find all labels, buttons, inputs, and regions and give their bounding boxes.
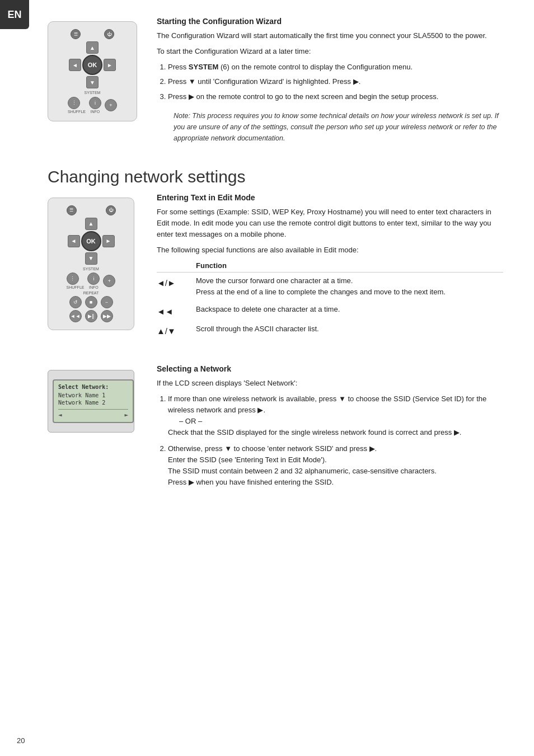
func-icon-3: ▲/▼ xyxy=(157,321,196,341)
lcd-nav-left: ◄ xyxy=(58,411,62,419)
power-icon-2: ⏻ xyxy=(106,205,116,215)
section-config-wizard: ☰ ⏻ ▲ ◄ OK ► ▼ SYSTEM xyxy=(48,17,503,152)
func-icon-2: ◄◄ xyxy=(157,301,196,321)
dpad-left-2: ◄ xyxy=(68,235,80,247)
func-row-1: ◄/► Move the cursor forward one characte… xyxy=(157,273,503,301)
repeat-btn: ↺ xyxy=(69,296,82,308)
config-wizard-intro: The Configuration Wizard will start auto… xyxy=(157,30,503,41)
lcd-nav-right: ► xyxy=(124,411,128,419)
col-func-header: Function xyxy=(196,261,503,273)
info-btn: i xyxy=(89,97,101,109)
stop-btn: ■ xyxy=(85,296,97,308)
step-3: Press ▶ on the remote control to go to t… xyxy=(168,91,503,102)
lcd-image: Select Network: Network Name 1 Network N… xyxy=(48,364,146,433)
select-step-2: Otherwise, press ▼ to choose 'enter netw… xyxy=(168,443,503,489)
power-icon: ⏻ xyxy=(104,29,114,39)
step-2: Press ▼ until 'Configuration Wizard' is … xyxy=(168,76,503,87)
minus-btn: − xyxy=(101,296,113,308)
edit-mode-para2: The following special functions are also… xyxy=(157,245,503,256)
func-icon-1: ◄/► xyxy=(157,273,196,301)
select-network-heading: Selecting a Network xyxy=(157,364,503,373)
dpad-right-2: ► xyxy=(102,235,115,247)
shuffle-btn: ⋮ xyxy=(68,97,80,109)
function-table: Function ◄/► Move the cursor forward one… xyxy=(157,261,503,341)
func-row-2: ◄◄ Backspace to delete one character at … xyxy=(157,301,503,321)
edit-mode-para1: For some settings (Example: SSID, WEP Ke… xyxy=(157,206,503,240)
step-1: Press SYSTEM (6) on the remote control t… xyxy=(168,62,503,73)
config-wizard-sub-intro: To start the Configuration Wizard at a l… xyxy=(157,46,503,57)
changing-network-heading: Changing network settings xyxy=(48,167,503,186)
en-label: EN xyxy=(7,9,21,21)
menu-icon: ☰ xyxy=(71,29,81,39)
dpad-up-2: ▲ xyxy=(85,218,97,230)
prev-btn: ◄◄ xyxy=(69,310,82,322)
dpad-left: ◄ xyxy=(69,59,81,71)
shuffle-btn-2: ⋮ xyxy=(67,273,79,285)
func-desc-1: Move the cursor forward one character at… xyxy=(196,273,503,301)
remote-image-1: ☰ ⏻ ▲ ◄ OK ► ▼ SYSTEM xyxy=(48,17,146,121)
playpause-btn: ▶‖ xyxy=(85,310,97,322)
plus-btn: + xyxy=(105,99,117,111)
en-badge: EN xyxy=(0,0,29,29)
ok-button-2: OK xyxy=(81,231,101,251)
page-number: 20 xyxy=(17,736,25,745)
next-btn: ▶▶ xyxy=(101,310,113,322)
note-text: Note: This process requires you to know … xyxy=(174,112,499,142)
section-select-network: Select Network: Network Name 1 Network N… xyxy=(48,364,503,494)
lcd-item-2: Network Name 2 xyxy=(58,399,128,406)
ok-button: OK xyxy=(82,55,102,75)
dpad-down-2: ▼ xyxy=(85,252,97,265)
edit-mode-heading: Entering Text in Edit Mode xyxy=(157,193,503,202)
info-btn-2: i xyxy=(87,273,100,285)
dpad-down: ▼ xyxy=(86,76,99,88)
lcd-item-1: Network Name 1 xyxy=(58,392,128,399)
func-desc-3: Scroll through the ASCII character list. xyxy=(196,321,503,341)
lcd-nav: ◄ ► xyxy=(58,409,128,419)
remote-image-2: ☰ ⏻ ▲ ◄ OK ► ▼ SYSTEM ⋮ xyxy=(48,193,146,330)
lcd-title: Select Network: xyxy=(58,384,128,390)
plus-btn-2: + xyxy=(103,275,115,287)
section-edit-mode: ☰ ⏻ ▲ ◄ OK ► ▼ SYSTEM ⋮ xyxy=(48,193,503,349)
dpad-up: ▲ xyxy=(86,41,99,54)
col-icon-header xyxy=(157,261,196,273)
lcd-screen: Select Network: Network Name 1 Network N… xyxy=(53,379,134,423)
func-desc-2: Backspace to delete one character at a t… xyxy=(196,301,503,321)
select-network-steps: If more than one wireless network is ava… xyxy=(168,393,503,488)
func-row-3: ▲/▼ Scroll through the ASCII character l… xyxy=(157,321,503,341)
select-step-1: If more than one wireless network is ava… xyxy=(168,393,503,439)
dpad-right: ► xyxy=(104,59,116,71)
note-box: Note: This process requires you to know … xyxy=(174,110,503,144)
select-network-intro: If the LCD screen displays 'Select Netwo… xyxy=(157,378,503,389)
config-wizard-steps: Press SYSTEM (6) on the remote control t… xyxy=(168,62,503,102)
menu-icon-2: ☰ xyxy=(67,205,77,215)
config-wizard-heading: Starting the Configuration Wizard xyxy=(157,17,503,26)
